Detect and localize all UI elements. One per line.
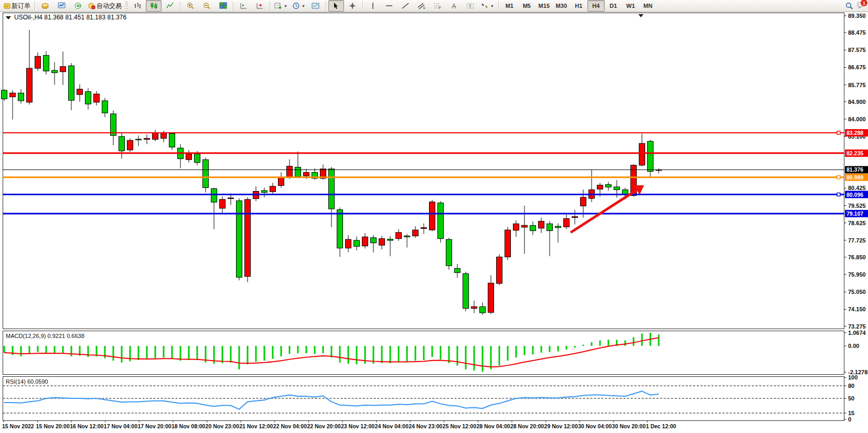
price-tick-label: 84.000 <box>848 116 866 122</box>
bull-candle-body <box>278 177 284 185</box>
auto-trading-button[interactable]: 自动交易 <box>86 0 124 12</box>
chart-canvas[interactable]: 89.35088.47587.57586.67585.77584.90084.0… <box>0 12 868 433</box>
bull-candle-body <box>413 230 419 236</box>
horizontal-line-button[interactable] <box>381 0 397 12</box>
search-icon[interactable] <box>845 2 853 10</box>
market-watch-button[interactable] <box>53 0 69 12</box>
price-tick-label: 73.275 <box>848 323 866 330</box>
new-order-label: 新订单 <box>12 2 30 10</box>
new-order-button[interactable]: 新订单 <box>2 0 33 12</box>
indicators-button[interactable]: ▼ <box>272 0 290 12</box>
bull-candle-body <box>471 307 477 308</box>
date-label: 22 Nov 20:00 <box>307 423 340 429</box>
date-label: 20 Nov 23:00 <box>206 423 239 429</box>
line-chart-button[interactable] <box>162 0 178 12</box>
equidistant-channel-icon: E <box>417 2 425 9</box>
rsi-tick-label: 0 <box>848 416 851 423</box>
date-label: 24 Nov 04:00 <box>375 423 409 429</box>
bear-candle-body <box>480 307 486 313</box>
bull-candle-body <box>144 139 150 140</box>
bull-candle-body <box>581 197 586 206</box>
cursor-button[interactable] <box>328 0 344 12</box>
price-line-badge-label: 80.096 <box>846 192 863 198</box>
dropdown-arrow-icon: ▼ <box>490 4 494 8</box>
bull-candle-body <box>522 225 528 227</box>
candlestick-chart-button[interactable] <box>146 0 162 12</box>
tile-windows-button[interactable] <box>215 0 231 12</box>
candle <box>430 200 435 231</box>
bar-chart-icon <box>134 2 142 9</box>
date-label: 24 Nov 23:00 <box>409 423 442 429</box>
bear-candle-body <box>438 203 444 239</box>
price-tick-label: 75.950 <box>848 271 866 278</box>
toolbar-grip[interactable] <box>125 2 128 10</box>
bull-candle-body <box>539 221 544 228</box>
clock-icon <box>292 2 300 9</box>
bear-candle-body <box>404 236 410 237</box>
signals-button[interactable] <box>70 0 85 12</box>
crosshair-button[interactable] <box>345 0 360 12</box>
date-label: 28 Nov 04:00 <box>476 423 510 429</box>
horizontal-line-icon <box>385 2 393 9</box>
tab-timeframe-M1[interactable]: M1 <box>501 0 518 12</box>
line-chart-icon <box>166 2 174 9</box>
tab-timeframe-M15[interactable]: M15 <box>535 0 553 12</box>
toolbar-separator <box>180 2 180 10</box>
price-tick-label: 88.475 <box>848 29 866 36</box>
bear-candle-body <box>530 226 536 231</box>
tab-timeframe-D1[interactable]: D1 <box>605 0 622 12</box>
main-pane[interactable] <box>3 13 844 329</box>
chart-shift-button[interactable] <box>252 0 267 12</box>
tab-timeframe-H4[interactable]: H4 <box>587 0 605 12</box>
bull-candle-body <box>505 230 511 257</box>
toolbar-separator <box>362 2 363 10</box>
zoom-out-button[interactable] <box>199 0 215 12</box>
chart-profiles-button[interactable] <box>37 0 53 12</box>
candle <box>463 272 469 311</box>
vertical-line-button[interactable] <box>365 0 381 12</box>
hline-handle[interactable] <box>837 193 840 196</box>
periods-button[interactable]: ▼ <box>290 0 307 12</box>
date-label: 15 Nov 2022 <box>2 423 34 429</box>
date-label: 23 Nov 12:00 <box>341 423 374 429</box>
svg-text:T: T <box>469 4 472 9</box>
trendline-button[interactable] <box>398 0 413 12</box>
vertical-line-icon <box>370 2 376 9</box>
tab-timeframe-H1[interactable]: H1 <box>570 0 587 12</box>
candlestick-chart-icon <box>150 2 158 9</box>
bull-candle-body <box>127 140 133 150</box>
bull-candle-body <box>161 133 167 138</box>
indicators-icon <box>274 2 282 9</box>
auto-scroll-button[interactable] <box>235 0 251 12</box>
bear-candle-body <box>195 154 200 163</box>
candle <box>438 201 444 242</box>
tab-timeframe-M5[interactable]: M5 <box>518 0 535 12</box>
chart-window[interactable]: 89.35088.47587.57586.67585.77584.90084.0… <box>0 12 868 433</box>
notifications-button[interactable]: 1 <box>856 1 865 10</box>
date-label: 17 Nov 20:00 <box>137 423 171 429</box>
hline-handle[interactable] <box>837 131 840 134</box>
bull-candle-body <box>639 143 645 165</box>
text-button[interactable]: A <box>446 0 462 12</box>
toolbar-separator <box>233 2 233 10</box>
price-tick-label: 75.050 <box>848 289 866 295</box>
templates-button[interactable] <box>308 0 324 12</box>
price-line-badge-label: 80.989 <box>846 174 863 181</box>
tab-timeframe-MN[interactable]: MN <box>639 0 657 12</box>
equidistant-channel-button[interactable]: E <box>414 0 430 12</box>
arrows-shapes-button[interactable]: ▼ <box>479 0 496 12</box>
candle <box>446 238 452 270</box>
tab-timeframe-W1[interactable]: W1 <box>622 0 639 12</box>
bull-candle-body <box>228 198 234 198</box>
bull-candle-body <box>94 94 100 102</box>
chart-title: USOil-,H4 81.368 81.451 81.183 81.376 <box>14 14 126 21</box>
fibonacci-button[interactable]: F <box>430 0 446 12</box>
text-label-button[interactable]: T <box>463 0 478 12</box>
hline-handle[interactable] <box>837 176 840 179</box>
price-tick-label: 87.575 <box>848 47 866 53</box>
bar-chart-button[interactable] <box>130 0 145 12</box>
tab-timeframe-M30[interactable]: M30 <box>553 0 570 12</box>
bull-candle-body <box>597 185 603 189</box>
zoom-in-button[interactable] <box>183 0 198 12</box>
bull-candle-body <box>362 237 368 246</box>
